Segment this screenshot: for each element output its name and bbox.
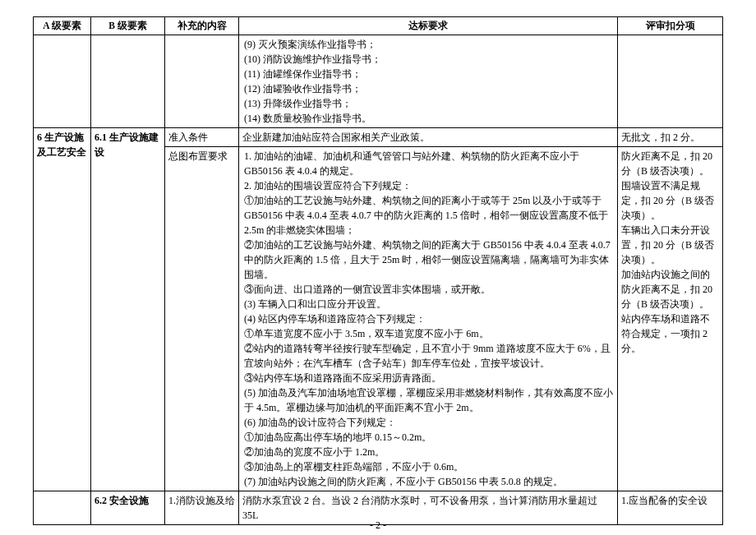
cell-a bbox=[34, 35, 91, 128]
cell-e: 防火距离不足，扣 20 分（B 级否决项）。围墙设置不满足规定，扣 20 分（B… bbox=[618, 147, 723, 491]
header-b: B 级要素 bbox=[91, 17, 165, 35]
cell-a: 6 生产设施及工艺安全 bbox=[34, 128, 91, 491]
requirement-text: (9) 灭火预案演练作业指导书；(10) 消防设施维护作业指导书；(11) 油罐… bbox=[242, 37, 614, 126]
cell-d: 企业新建加油站应符合国家相关产业政策。 bbox=[239, 128, 618, 147]
header-a: A 级要素 bbox=[34, 17, 91, 35]
table-row: 6 生产设施及工艺安全 6.1 生产设施建设 准入条件 企业新建加油站应符合国家… bbox=[34, 128, 723, 147]
cell-b: 6.1 生产设施建设 bbox=[91, 128, 165, 491]
cell-c: 总图布置要求 bbox=[165, 147, 239, 491]
deduction-normal: 站内停车场和道路不符合规定，一项扣 2 分。 bbox=[621, 313, 710, 354]
page-number: - 2 - bbox=[0, 519, 756, 532]
cell-d: (9) 灭火预案演练作业指导书；(10) 消防设施维护作业指导书；(11) 油罐… bbox=[239, 35, 618, 128]
cell-e: 无批文，扣 2 分。 bbox=[618, 128, 723, 147]
deduction-bold: 防火距离不足，扣 20 分（B 级否决项）。围墙设置不满足规定，扣 20 分（B… bbox=[621, 150, 714, 310]
cell-c: 准入条件 bbox=[165, 128, 239, 147]
document-page: A 级要素 B 级要素 补充的内容 达标要求 评审扣分项 (9) 灭火预案演练作… bbox=[0, 0, 756, 535]
table-row: (9) 灭火预案演练作业指导书；(10) 消防设施维护作业指导书；(11) 油罐… bbox=[34, 35, 723, 128]
evaluation-table: A 级要素 B 级要素 补充的内容 达标要求 评审扣分项 (9) 灭火预案演练作… bbox=[33, 16, 723, 525]
header-c: 补充的内容 bbox=[165, 17, 239, 35]
cell-d: 1. 加油站的油罐、加油机和通气管管口与站外建、构筑物的防火距离不应小于 GB5… bbox=[239, 147, 618, 491]
cell-b bbox=[91, 35, 165, 128]
header-d: 达标要求 bbox=[239, 17, 618, 35]
table-header-row: A 级要素 B 级要素 补充的内容 达标要求 评审扣分项 bbox=[34, 17, 723, 35]
cell-e bbox=[618, 35, 723, 128]
header-e: 评审扣分项 bbox=[618, 17, 723, 35]
requirement-text: 1. 加油站的油罐、加油机和通气管管口与站外建、构筑物的防火距离不应小于 GB5… bbox=[242, 149, 614, 489]
cell-c bbox=[165, 35, 239, 128]
